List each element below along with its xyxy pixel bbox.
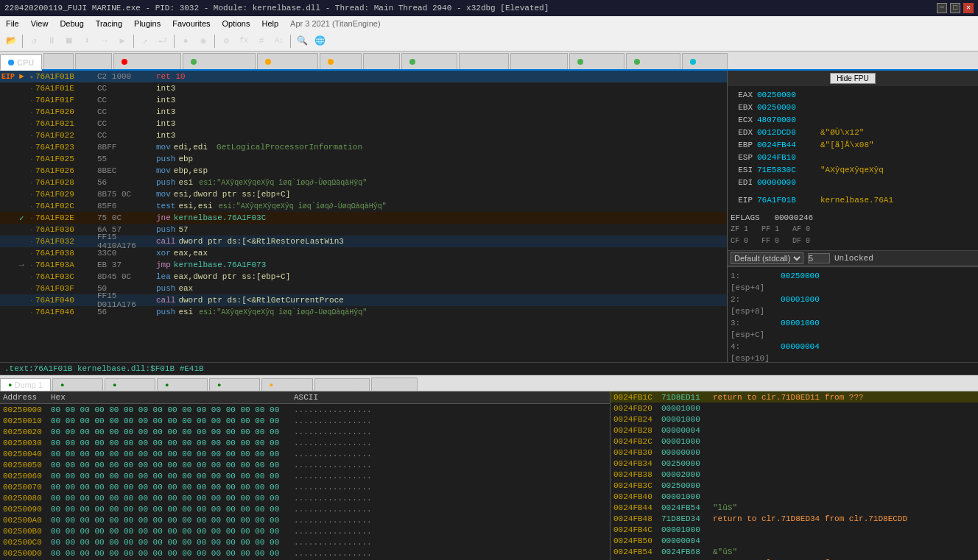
asm-line-2[interactable]: · 76A1F01F CC int3 (0, 94, 727, 106)
stack-data-row[interactable]: 0024FB1C71D8ED11return to clr.71D8ED11 f… (611, 391, 978, 403)
menu-favourites[interactable]: Favourites (166, 18, 216, 29)
tab-script[interactable]: Script (363, 53, 400, 69)
dump-row[interactable]: 002500C000 00 00 00 00 00 00 00 00 00 00… (0, 536, 610, 547)
toolbar-globe[interactable]: 🌐 (312, 33, 328, 49)
stack-data-row[interactable]: 0024FB3800002000 (611, 469, 978, 480)
dump-row[interactable]: 0025003000 00 00 00 00 00 00 00 00 00 00… (0, 437, 610, 448)
dump-row[interactable]: 0025006000 00 00 00 00 00 00 00 00 00 00… (0, 470, 610, 481)
asm-line-4[interactable]: · 76A1F021 CC int3 (0, 118, 727, 130)
dump-row[interactable]: 0025005000 00 00 00 00 00 00 00 00 00 00… (0, 459, 610, 470)
stack-data-row[interactable]: 0024FB2000001000 (611, 403, 978, 414)
asm-line-getlogical[interactable]: · 76A1F023 8BFF mov edi,edi GetLogicalPr… (0, 141, 727, 153)
toolbar-bp[interactable]: ● (177, 33, 194, 49)
menu-options[interactable]: Options (217, 18, 256, 29)
tab-log[interactable]: Log (43, 53, 73, 69)
dump-row[interactable]: 0025007000 00 00 00 00 00 00 00 00 00 00… (0, 481, 610, 492)
stack-data-row[interactable]: 0024FB5000000004 (611, 535, 978, 546)
stack-data-panel[interactable]: 0024FB1C71D8ED11return to clr.71D8ED11 f… (610, 391, 978, 560)
toolbar-font[interactable]: A↕ (271, 33, 287, 49)
toolbar-assemble[interactable]: ⚙ (218, 33, 234, 49)
dump-panel[interactable]: Address Hex ASCII 0025000000 00 00 00 00… (0, 391, 610, 560)
menu-debug[interactable]: Debug (54, 18, 89, 29)
disasm-panel[interactable]: EIP ► ● 76A1F01B C2 1000 ret 10 · 76A1F0… (0, 71, 728, 362)
tab-cpu[interactable]: CPU (0, 54, 42, 71)
dump-tab-2[interactable]: ● Dump 2 (52, 378, 103, 391)
dump-row[interactable]: 002500A000 00 00 00 00 00 00 00 00 00 00… (0, 514, 610, 525)
stack-data-row[interactable]: 0024FB3400250000 (611, 458, 978, 469)
asm-line-call-rtl2[interactable]: · 76A1F040 FF15 D011A176 call dword ptr … (0, 294, 727, 306)
dump-tab-5[interactable]: ● Dump 5 (209, 378, 260, 391)
tab-seh[interactable]: SEH (320, 53, 362, 69)
toolbar-open[interactable]: 📂 (3, 33, 19, 49)
tab-references[interactable]: References (510, 53, 568, 69)
menu-tracing[interactable]: Tracing (90, 18, 128, 29)
dump-row[interactable]: 002500D000 00 00 00 00 00 00 00 00 00 00… (0, 547, 610, 559)
asm-line-1[interactable]: · 76A1F01E CC int3 (0, 82, 727, 94)
stack-count-input[interactable] (808, 253, 830, 263)
tab-callstack[interactable]: Call Stack (257, 53, 319, 69)
dump-tab-locals[interactable]: |x=| Locals (314, 378, 370, 391)
stack-data-row[interactable]: 0024FB2800000004 (611, 425, 978, 436)
hide-fpu-button[interactable]: Hide FPU (830, 73, 875, 84)
toolbar-restart[interactable]: ↺ (26, 33, 42, 49)
stack-data-row[interactable]: 0024FB440024FB54"lûS" (611, 502, 978, 513)
toolbar-stop[interactable]: ⏹ (61, 33, 77, 49)
asm-line-call-rtl[interactable]: · 76A1F032 FF15 4410A176 call dword ptr … (0, 235, 727, 247)
stack-data-row[interactable]: 0024FB540024FB68&"ûS" (611, 546, 978, 557)
stack-data-row[interactable]: 0024FB4C00001000 (611, 524, 978, 535)
tab-memmap[interactable]: Memory Map (183, 53, 255, 69)
asm-line-push-ebp[interactable]: · 76A1F025 55 push ebp (0, 153, 727, 165)
toolbar-hash[interactable]: # (253, 33, 270, 49)
asm-line-lea[interactable]: · 76A1F03C 8D45 0C lea eax,dword ptr ss:… (0, 271, 727, 283)
close-button[interactable]: ✕ (963, 3, 974, 13)
tab-breakpoints[interactable]: Breakpoints (113, 53, 181, 69)
asm-line-mov-esi[interactable]: · 76A1F029 8B75 0C mov esi,dword ptr ss:… (0, 188, 727, 200)
tab-threads[interactable]: Threads (569, 53, 624, 69)
dump-tab-1[interactable]: ● Dump 1 (0, 378, 51, 391)
toolbar-execute-till-ret[interactable]: ⮐ (155, 33, 171, 49)
asm-line-jne[interactable]: ✓ · 76A1F02E 75 0C jne kernelbase.76A1F0… (0, 212, 727, 224)
dump-row[interactable]: 0025002000 00 00 00 00 00 00 00 00 00 00… (0, 426, 610, 437)
toolbar-step-into[interactable]: ⬇ (79, 33, 95, 49)
toolbar-fx[interactable]: fx (236, 33, 252, 49)
dump-row[interactable]: 0025008000 00 00 00 00 00 00 00 00 00 00… (0, 492, 610, 503)
dump-row[interactable]: 0025004000 00 00 00 00 00 00 00 00 00 00… (0, 448, 610, 459)
dump-tab-4[interactable]: ● Dump 4 (157, 378, 208, 391)
toolbar-run-to-user[interactable]: ↗ (137, 33, 153, 49)
asm-line-push-esi[interactable]: · 76A1F028 56 push esi esi:"AXŷqeXŷqeXŷq… (0, 177, 727, 188)
dump-row[interactable]: 0025001000 00 00 00 00 00 00 00 00 00 00… (0, 415, 610, 426)
dump-tab-watch1[interactable]: ● Watch 1 (261, 378, 313, 391)
toolbar-mem-bp[interactable]: ◉ (195, 33, 211, 49)
toolbar-run[interactable]: ▶ (114, 33, 130, 49)
stack-data-row[interactable]: 0024FB4000001000 (611, 491, 978, 502)
tab-notes[interactable]: Notes (75, 53, 113, 69)
tab-symbols[interactable]: Symbols (401, 53, 457, 69)
stack-data-row[interactable]: 0024FB5871D8EDF2return to clr.71D8EDF2 f… (611, 557, 978, 560)
menu-plugins[interactable]: Plugins (128, 18, 166, 29)
asm-line-test[interactable]: · 76A1F02C 85F6 test esi,esi esi:"AXŷqeX… (0, 200, 727, 212)
minimize-button[interactable]: ─ (937, 3, 947, 13)
dump-tab-3[interactable]: ● Dump 3 (105, 378, 155, 391)
asm-line-jmp[interactable]: → · 76A1F03A EB 37 jmp kernelbase.76A1F0… (0, 259, 727, 271)
stack-data-row[interactable]: 0024FB2C00001000 (611, 436, 978, 447)
dump-row[interactable]: 002500B000 00 00 00 00 00 00 00 00 00 00… (0, 525, 610, 536)
stdcall-dropdown[interactable]: Default (stdcall) (731, 252, 803, 264)
menu-view[interactable]: View (25, 18, 54, 29)
stack-data-row[interactable]: 0024FB4871D8ED34return to clr.71D8ED34 f… (611, 513, 978, 524)
asm-line-push-esi2[interactable]: · 76A1F046 56 push esi esi:"AXŷqeXŷqeXŷq… (0, 306, 727, 318)
stack-data-row[interactable]: 0024FB2400001000 (611, 414, 978, 425)
menu-help[interactable]: Help (256, 18, 284, 29)
toolbar-search[interactable]: 🔍 (294, 33, 310, 49)
toolbar-pause[interactable]: ⏸ (43, 33, 60, 49)
menu-file[interactable]: File (0, 18, 25, 29)
asm-line-3[interactable]: · 76A1F020 CC int3 (0, 106, 727, 118)
dump-row[interactable]: 0025009000 00 00 00 00 00 00 00 00 00 00… (0, 503, 610, 514)
asm-line-mov-ebp[interactable]: · 76A1F026 8BEC mov ebp,esp (0, 165, 727, 177)
dump-tab-struct[interactable]: ⊕ Struct (371, 378, 418, 391)
tab-trace[interactable]: Trace (682, 53, 728, 69)
asm-line-xor[interactable]: · 76A1F038 33C0 xor eax,eax (0, 247, 727, 259)
asm-line-eip[interactable]: EIP ► ● 76A1F01B C2 1000 ret 10 (0, 71, 727, 82)
stack-data-row[interactable]: 0024FB3C00250000 (611, 480, 978, 491)
asm-line-5[interactable]: · 76A1F022 CC int3 (0, 130, 727, 141)
dump-row[interactable]: 0025000000 00 00 00 00 00 00 00 00 00 00… (0, 404, 610, 415)
